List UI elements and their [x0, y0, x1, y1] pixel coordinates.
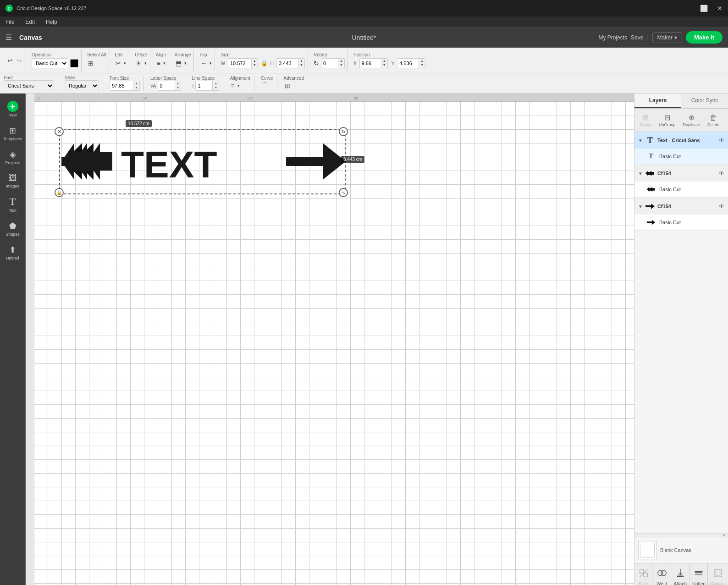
- rotate-up-arrow[interactable]: ▲: [338, 59, 344, 63]
- rotate-input[interactable]: [321, 58, 338, 68]
- height-input[interactable]: [276, 58, 298, 68]
- arrange-label: Arrange: [175, 52, 191, 57]
- edit-label: Edit: [115, 52, 122, 57]
- save-button[interactable]: Save: [631, 34, 643, 41]
- width-up-arrow[interactable]: ▲: [252, 59, 258, 63]
- cf154-2-visibility-icon[interactable]: 👁: [719, 203, 724, 210]
- y-prefix: Y: [392, 61, 395, 66]
- operation-select[interactable]: Basic Cut: [32, 58, 68, 68]
- undo-redo-group: ↩ ↪: [4, 50, 26, 72]
- svg-point-20: [661, 570, 666, 575]
- main-toolbar-right: My Projects Save | Maker ▾ Make It: [598, 31, 722, 44]
- height-down-arrow[interactable]: ▼: [298, 63, 304, 67]
- x-input[interactable]: [359, 58, 381, 68]
- curve-button[interactable]: ⌒: [261, 81, 273, 91]
- menu-file[interactable]: File: [4, 18, 16, 26]
- cf154-1-visibility-icon[interactable]: 👁: [719, 170, 724, 177]
- flatten-button[interactable]: Flatten: [689, 563, 708, 585]
- sidebar-item-templates[interactable]: ⊞ Templates: [1, 122, 24, 145]
- close-handle[interactable]: ✕: [55, 127, 64, 136]
- ungroup-button[interactable]: ⊟ UnGroup: [656, 111, 678, 129]
- menu-help[interactable]: Help: [44, 18, 59, 26]
- x-down-arrow[interactable]: ▼: [381, 63, 387, 67]
- letter-space-up-arrow[interactable]: ▲: [175, 81, 181, 85]
- font-size-input[interactable]: [110, 81, 133, 91]
- y-input[interactable]: [397, 58, 419, 68]
- sidebar-item-images[interactable]: 🖼 Images: [1, 170, 24, 192]
- edit-button[interactable]: ✂: [115, 58, 122, 68]
- my-projects-button[interactable]: My Projects: [598, 34, 627, 41]
- group-button[interactable]: ⊞ Group: [637, 111, 654, 129]
- svg-marker-11: [650, 187, 655, 192]
- alignment-dropdown-button[interactable]: ▾: [237, 81, 241, 91]
- lock-handle[interactable]: 🔒: [55, 188, 64, 197]
- height-prefix: H: [270, 61, 274, 66]
- font-size-up-arrow[interactable]: ▲: [133, 81, 139, 85]
- menu-edit[interactable]: Edit: [23, 18, 37, 26]
- sidebar-item-upload[interactable]: ⬆ Upload: [1, 241, 24, 264]
- align-left-button[interactable]: ≡: [230, 81, 235, 91]
- layer-item-cf154-1-cut[interactable]: Basic Cut: [634, 182, 728, 198]
- canvas-content[interactable]: 10 20: [34, 102, 634, 585]
- app-title: Cricut Design Space: [17, 6, 62, 11]
- layer-group-text-header[interactable]: ▼ T Text - Cricut Sans 👁: [634, 132, 728, 149]
- maker-dropdown-button[interactable]: Maker ▾: [652, 32, 682, 43]
- redo-button[interactable]: ↪: [16, 55, 23, 66]
- text-icon: T: [10, 197, 16, 207]
- cf154-1-cut-thumb: [645, 184, 656, 195]
- minimize-button[interactable]: —: [684, 5, 691, 12]
- font-size-down-arrow[interactable]: ▼: [133, 85, 139, 89]
- sidebar-item-projects[interactable]: ◈ Projects: [1, 146, 24, 169]
- sidebar-item-text[interactable]: T Text: [1, 193, 24, 216]
- layer-group-cf154-1-header[interactable]: ▼ Cf154 👁: [634, 165, 728, 182]
- sidebar-item-shapes[interactable]: ⬟ Shapes: [1, 217, 24, 240]
- y-up-arrow[interactable]: ▲: [419, 59, 425, 63]
- color-swatch[interactable]: [70, 59, 78, 67]
- tab-color-sync[interactable]: Color Sync: [681, 94, 728, 108]
- line-space-input[interactable]: [195, 81, 213, 91]
- advanced-button[interactable]: ⊞: [284, 81, 304, 91]
- select-all-button[interactable]: ⊞: [87, 58, 94, 68]
- flip-button[interactable]: ↔: [199, 58, 208, 68]
- make-it-button[interactable]: Make It: [686, 31, 722, 44]
- letter-space-input[interactable]: [158, 81, 175, 91]
- hamburger-menu[interactable]: ☰: [6, 33, 12, 42]
- layer-group-cf154-2-header[interactable]: ▼ Cf154 👁: [634, 198, 728, 215]
- sidebar-item-new[interactable]: + New: [1, 97, 24, 121]
- arrange-button[interactable]: ⬒: [175, 58, 182, 68]
- resize-handle[interactable]: ⤡: [339, 188, 348, 197]
- x-up-arrow[interactable]: ▲: [381, 59, 387, 63]
- tab-layers[interactable]: Layers: [634, 94, 681, 108]
- y-down-arrow[interactable]: ▼: [419, 63, 425, 67]
- rotate-handle[interactable]: ↻: [339, 127, 348, 136]
- delete-button[interactable]: 🗑 Delete: [705, 112, 722, 129]
- text-cut-thumb: T: [645, 151, 656, 162]
- line-space-down-arrow[interactable]: ▼: [213, 85, 219, 89]
- width-down-arrow[interactable]: ▼: [252, 63, 258, 67]
- lock-aspect-icon[interactable]: 🔒: [260, 58, 269, 68]
- contour-button[interactable]: Contour: [708, 563, 728, 585]
- weld-button[interactable]: Weld: [653, 563, 671, 585]
- attach-button[interactable]: Attach: [671, 563, 689, 585]
- height-up-arrow[interactable]: ▲: [298, 59, 304, 63]
- maximize-button[interactable]: ⬜: [700, 5, 708, 12]
- duplicate-button[interactable]: ⊕ Duplicate: [680, 111, 703, 129]
- text-group-visibility-icon[interactable]: 👁: [719, 137, 724, 143]
- layer-item-text-cut[interactable]: T Basic Cut: [634, 149, 728, 165]
- undo-button[interactable]: ↩: [6, 55, 14, 66]
- canvas-area[interactable]: 0 10 20 30 10 20: [26, 94, 634, 585]
- line-space-up-arrow[interactable]: ▲: [213, 81, 219, 85]
- slice-button[interactable]: Slice: [634, 563, 653, 585]
- style-select[interactable]: Regular: [65, 80, 99, 91]
- layer-group-cf154-2: ▼ Cf154 👁: [634, 198, 728, 231]
- text-cut-name: Basic Cut: [659, 154, 724, 159]
- svg-rect-24: [714, 569, 722, 577]
- font-select[interactable]: Cricut Sans: [4, 80, 54, 91]
- rotate-down-arrow[interactable]: ▼: [338, 63, 344, 67]
- close-button[interactable]: ✕: [717, 5, 722, 12]
- letter-space-down-arrow[interactable]: ▼: [175, 85, 181, 89]
- align-button[interactable]: ≡: [156, 58, 161, 68]
- layer-item-cf154-2-cut[interactable]: Basic Cut: [634, 215, 728, 231]
- offset-button[interactable]: ☀: [135, 58, 143, 68]
- width-input[interactable]: [228, 58, 252, 68]
